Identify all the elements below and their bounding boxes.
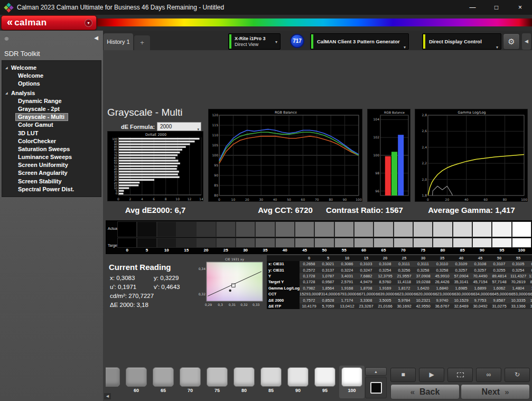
- table-column-header: 10: [338, 255, 357, 261]
- pattern-tile-80[interactable]: 80: [231, 366, 257, 398]
- de-formula-dropdown[interactable]: 2000 ▾: [157, 122, 201, 131]
- logo-dropdown-button[interactable]: ▾: [85, 19, 92, 27]
- pattern-swatch: [287, 367, 309, 387]
- pattern-swatch: [180, 367, 201, 387]
- actual-swatch: [256, 222, 274, 237]
- sidebar-item-welcome[interactable]: Welcome: [2, 72, 101, 80]
- svg-text:95: 95: [214, 163, 218, 167]
- grayscale-column-60: 60: [354, 222, 373, 254]
- pattern-tile-70[interactable]: 70: [178, 366, 203, 398]
- sidebar-item-color-gamut[interactable]: Color Gamut: [2, 121, 101, 129]
- pattern-swatch: [314, 367, 335, 387]
- sidebar-item-spectral-power-dist[interactable]: Spectral Power Dist.: [2, 185, 101, 193]
- target-swatch: [256, 238, 274, 247]
- table-column-header: 0: [300, 255, 319, 261]
- logo-bar: « calman ▾: [0, 15, 532, 31]
- back-button[interactable]: « Back: [390, 384, 460, 399]
- svg-text:12: 12: [188, 197, 192, 201]
- pattern-generator-status-bar: [311, 34, 313, 49]
- up-arrow-icon: ▲: [374, 370, 378, 374]
- svg-text:0: 0: [116, 192, 117, 195]
- svg-text:6: 6: [153, 197, 155, 201]
- actual-swatch: [453, 222, 472, 237]
- svg-text:85: 85: [214, 183, 218, 187]
- close-button[interactable]: ×: [508, 0, 532, 15]
- sidebar-item-grayscale-2pt[interactable]: Grayscale - 2pt: [2, 105, 101, 113]
- pattern-tile-95[interactable]: 95: [312, 366, 338, 398]
- svg-text:80: 80: [329, 198, 333, 201]
- panel-collapse-button[interactable]: ◀: [522, 33, 531, 50]
- tab-history-1[interactable]: History 1: [104, 33, 133, 50]
- svg-text:115: 115: [212, 123, 219, 127]
- pattern-tile-85[interactable]: 85: [258, 366, 284, 398]
- grayscale-column-55: 55: [335, 222, 353, 254]
- refresh-button[interactable]: ↻: [505, 368, 530, 382]
- sidebar-item-luminance-sweeps[interactable]: Luminance Sweeps: [2, 153, 101, 161]
- table-column-header: 25: [395, 255, 414, 261]
- meter-selector[interactable]: X-Rite i1Pro 3 Direct View ▾: [228, 33, 281, 50]
- back-label: Back: [419, 387, 440, 397]
- sidebar-item-screen-angularity[interactable]: Screen Angularity: [2, 169, 101, 177]
- pattern-tile-75[interactable]: 75: [204, 366, 230, 398]
- calman-logo[interactable]: « calman ▾: [1, 15, 97, 30]
- pattern-tile-90[interactable]: 90: [285, 366, 311, 398]
- pattern-generator-selector[interactable]: CalMAN Client 3 Pattern Generator ▾: [310, 33, 409, 50]
- target-swatch: [236, 238, 255, 247]
- svg-text:40: 40: [464, 198, 469, 201]
- maximize-button[interactable]: □: [484, 0, 508, 15]
- sidebar-item-analysis[interactable]: ◢Analysis: [2, 89, 101, 97]
- sidebar-item-3d-lut[interactable]: 3D LUT: [2, 129, 101, 137]
- grayscale-column-85: 85: [453, 222, 472, 254]
- svg-text:100: 100: [212, 153, 219, 157]
- display-control-selector[interactable]: Direct Display Control ▾: [422, 33, 501, 50]
- target-swatch: [453, 238, 472, 247]
- svg-text:120: 120: [212, 113, 219, 117]
- grayscale-column-15: 15: [177, 222, 195, 254]
- pattern-panel-up-button[interactable]: ▲: [365, 367, 387, 376]
- stop-button[interactable]: ■: [390, 368, 416, 382]
- actual-swatch: [354, 222, 373, 237]
- svg-text:0,3: 0,3: [218, 303, 223, 306]
- sidebar-item-screen-uniformity[interactable]: Screen Uniformity: [2, 161, 101, 169]
- sidebar-item-options[interactable]: Options: [2, 80, 101, 88]
- pattern-scroll-left-button[interactable]: ◀: [104, 393, 111, 399]
- svg-text:10: 10: [175, 197, 180, 201]
- actual-swatch: [295, 222, 314, 237]
- swatch-level-label: 95: [492, 247, 511, 253]
- minimize-button[interactable]: —: [461, 0, 484, 15]
- meter-count-badge[interactable]: 717: [290, 34, 304, 48]
- sidebar-item-dynamic-range[interactable]: Dynamic Range: [2, 97, 101, 105]
- table-row: ΔE ITP10,41795,705913,041223,326721,0166…: [267, 303, 532, 309]
- deltae-bar-chart: DeltaE 200002468101214100959085807570656…: [107, 131, 203, 201]
- actual-swatch: [276, 222, 294, 237]
- pattern-window-button[interactable]: [365, 377, 387, 398]
- pattern-level-label: 65: [151, 388, 176, 393]
- display-control-name: Direct Display Control: [429, 39, 482, 44]
- app-window: Calman 2023 Calman Ultimate for Business…: [0, 0, 532, 401]
- meter-status-bar: [229, 34, 231, 49]
- pattern-tile-65[interactable]: 65: [151, 366, 176, 398]
- single-measure-button[interactable]: [447, 368, 473, 382]
- sidebar-item-screen-stability[interactable]: Screen Stability: [2, 178, 101, 185]
- rgb-balance-bar-chart: RGB Balance9698100102104: [367, 109, 410, 202]
- settings-button[interactable]: ⚙: [503, 33, 520, 50]
- actual-swatch: [492, 222, 511, 237]
- sidebar-item-colorchecker[interactable]: ColorChecker: [2, 137, 101, 145]
- swatch-level-label: 25: [217, 247, 235, 253]
- add-tab-button[interactable]: +: [134, 35, 150, 50]
- next-button[interactable]: Next »: [461, 384, 530, 399]
- pattern-tile-60[interactable]: 60: [124, 366, 149, 398]
- play-button[interactable]: ▶: [419, 368, 444, 382]
- sidebar-item-grayscale-multi[interactable]: Grayscale - Multi: [2, 113, 101, 121]
- pattern-window-icon: [370, 382, 382, 394]
- actual-swatch: [315, 222, 333, 237]
- target-swatch: [335, 238, 353, 247]
- rgb-balance-line-chart: RGB Balance80859095100105110115120010203…: [208, 109, 362, 202]
- sidebar-collapse-button[interactable]: ◀: [94, 35, 98, 41]
- sidebar-item-welcome[interactable]: ◢Welcome: [2, 64, 101, 72]
- table-column-header: 20: [376, 255, 395, 261]
- sidebar-item-saturation-sweeps[interactable]: Saturation Sweeps: [2, 145, 101, 153]
- grayscale-column-40: 40: [276, 222, 294, 254]
- pattern-tile-100[interactable]: 100: [339, 366, 365, 398]
- continuous-measure-button[interactable]: ∞: [476, 368, 501, 382]
